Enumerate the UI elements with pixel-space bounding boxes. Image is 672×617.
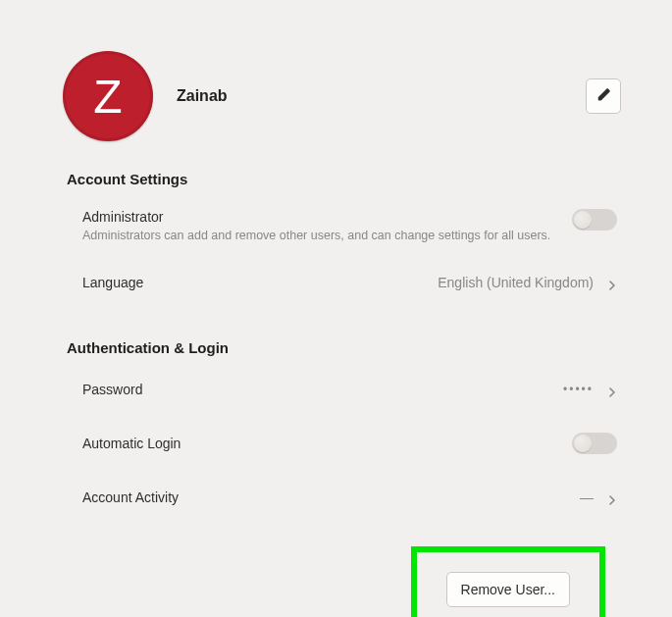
footer-actions: Remove User... (12, 523, 660, 617)
administrator-description: Administrators can add and remove other … (82, 228, 572, 243)
remove-user-button[interactable]: Remove User... (446, 572, 570, 607)
password-value: ••••• (563, 383, 594, 396)
account-activity-label: Account Activity (82, 489, 580, 505)
row-language[interactable]: Language English (United Kingdom) (12, 257, 660, 308)
user-display-name: Zainab (177, 87, 228, 105)
avatar-initial: Z (93, 70, 122, 124)
row-account-activity[interactable]: Account Activity — (12, 472, 660, 523)
avatar[interactable]: Z (63, 51, 153, 141)
language-label: Language (82, 275, 438, 290)
account-activity-value: — (580, 489, 594, 505)
user-header: Z Zainab (12, 0, 660, 161)
automatic-login-toggle[interactable] (572, 433, 617, 454)
section-title-auth: Authentication & Login (12, 330, 660, 364)
automatic-login-label: Automatic Login (82, 436, 572, 451)
password-label: Password (82, 382, 563, 397)
highlight-annotation: Remove User... (411, 546, 605, 617)
language-value: English (United Kingdom) (438, 275, 594, 290)
chevron-right-icon (607, 278, 617, 287)
row-automatic-login[interactable]: Automatic Login (12, 415, 660, 472)
chevron-right-icon (607, 492, 617, 502)
section-title-account: Account Settings (12, 161, 660, 195)
pencil-icon (596, 87, 611, 105)
row-password[interactable]: Password ••••• (12, 364, 660, 415)
administrator-toggle[interactable] (572, 209, 617, 231)
row-administrator[interactable]: Administrator Administrators can add and… (12, 195, 660, 257)
administrator-label: Administrator (82, 209, 572, 225)
edit-user-button[interactable] (586, 78, 621, 114)
chevron-right-icon (607, 385, 617, 394)
